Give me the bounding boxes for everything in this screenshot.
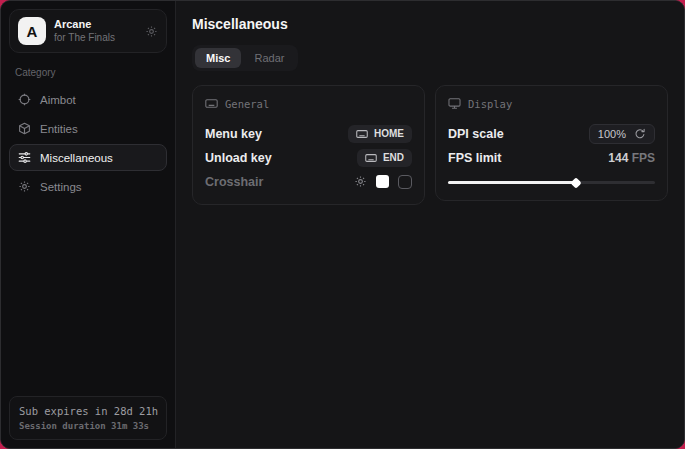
gear-icon [18,180,31,193]
general-card-title: General [225,98,269,110]
dpi-scale-row: DPI scale 100% [448,122,655,145]
tab-bar: Misc Radar [192,45,298,71]
display-card: Display DPI scale 100% [435,85,668,201]
sliders-icon [18,151,31,164]
display-card-title: Display [468,98,512,110]
profile-text: Arcane for The Finals [54,18,137,44]
menu-key-value: HOME [374,128,404,139]
sidebar-item-aimbot[interactable]: Aimbot [9,86,167,113]
cards-row: General Menu key HOME [192,85,668,205]
sidebar-item-label: Entities [40,123,78,135]
sidebar-nav: Aimbot Entities [9,86,167,200]
fps-limit-number: 144 [608,151,628,165]
category-label: Category [15,67,161,78]
subscription-info-card: Sub expires in 28d 21h Session duration … [9,396,167,440]
unload-key-row: Unload key END [205,146,412,169]
menu-key-label: Menu key [205,127,262,141]
sidebar-item-label: Miscellaneous [40,152,113,164]
crosshair-label: Crosshair [205,175,263,189]
cube-icon [18,122,31,135]
dpi-scale-value: 100% [598,128,626,140]
app-window: A Arcane for The Finals Category [0,0,685,449]
sidebar: A Arcane for The Finals Category [1,1,176,448]
unload-key-label: Unload key [205,151,272,165]
general-card: General Menu key HOME [192,85,425,205]
app-name: Arcane [54,18,137,32]
app-subtitle: for The Finals [54,32,137,45]
profile-gear-icon[interactable] [145,25,158,38]
crosshair-row: Crosshair [205,170,412,193]
session-duration-text: Session duration 31m 33s [19,421,157,431]
menu-key-row: Menu key HOME [205,122,412,145]
fps-limit-unit: FPS [632,151,655,165]
profile-card: A Arcane for The Finals [9,9,167,53]
sidebar-item-entities[interactable]: Entities [9,115,167,142]
main-content: Miscellaneous Misc Radar General [176,1,684,448]
sidebar-item-label: Aimbot [40,94,76,106]
sidebar-item-label: Settings [40,181,82,193]
display-card-header: Display [448,97,655,110]
fps-limit-label: FPS limit [448,151,501,165]
tab-radar[interactable]: Radar [243,48,295,68]
crosshair-color-swatch[interactable] [376,175,389,188]
crosshair-settings-gear-icon[interactable] [354,175,367,188]
fps-slider-fill [448,181,576,184]
monitor-icon [448,97,461,110]
keyboard-icon [205,97,218,110]
unload-key-bind-button[interactable]: END [357,149,412,167]
menu-key-bind-button[interactable]: HOME [348,125,412,143]
crosshair-icon [18,93,31,106]
dpi-scale-select[interactable]: 100% [589,124,655,144]
app-logo: A [18,17,46,45]
general-card-header: General [205,97,412,110]
sidebar-item-settings[interactable]: Settings [9,173,167,200]
fps-slider-thumb[interactable] [571,177,582,188]
fps-limit-value: 144 FPS [608,151,655,165]
unload-key-value: END [383,152,404,163]
fps-limit-row: FPS limit 144 FPS [448,146,655,169]
page-title: Miscellaneous [192,16,668,32]
fps-limit-slider[interactable] [448,175,655,189]
sub-expiry-text: Sub expires in 28d 21h [19,405,157,417]
crosshair-controls [354,175,412,189]
crosshair-enabled-checkbox[interactable] [398,175,412,189]
dpi-scale-label: DPI scale [448,127,504,141]
refresh-icon [634,128,646,140]
keyboard-icon [356,128,368,140]
keyboard-icon [365,152,377,164]
tab-misc[interactable]: Misc [195,48,241,68]
sidebar-item-miscellaneous[interactable]: Miscellaneous [9,144,167,171]
